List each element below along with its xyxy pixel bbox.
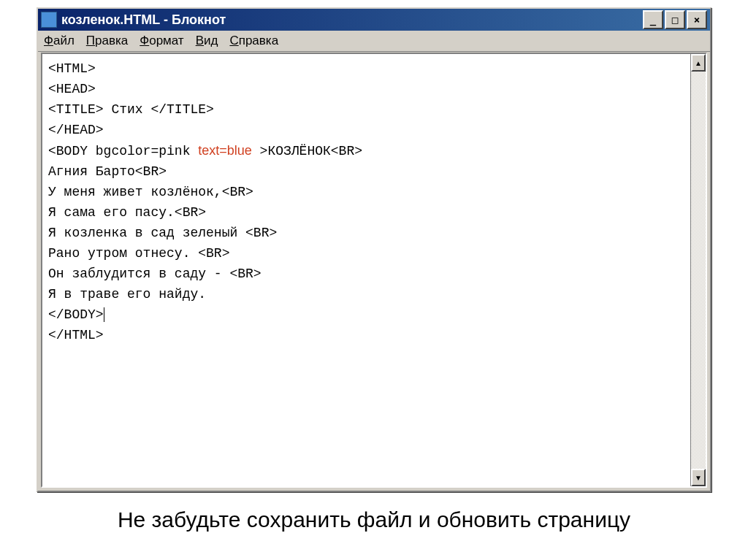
menu-format[interactable]: Формат (140, 34, 183, 48)
code-line: <HTML> (48, 61, 96, 76)
editor-area: <HTML> <HEAD> <TITLE> Стих </TITLE> </HE… (41, 53, 707, 488)
scroll-track[interactable] (691, 72, 706, 469)
code-line: </HTML> (48, 328, 104, 342)
code-line: >КОЗЛЁНОК<BR> (252, 144, 362, 158)
close-button[interactable]: × (687, 10, 707, 29)
menu-file[interactable]: Файл (44, 34, 75, 48)
text-editor[interactable]: <HTML> <HEAD> <TITLE> Стих </TITLE> </HE… (42, 54, 690, 486)
code-line: <BODY bgcolor=pink (48, 144, 198, 158)
code-line: <HEAD> (48, 82, 96, 96)
code-line: Я в траве его найду. (48, 287, 206, 302)
code-line: Я сама его пасу.<BR> (48, 205, 206, 220)
maximize-button[interactable]: □ (665, 10, 685, 29)
code-line: Рано утром отнесу. <BR> (48, 246, 229, 261)
scroll-up-button[interactable]: ▲ (691, 54, 706, 72)
code-line: Он заблудится в саду - <BR> (48, 266, 262, 281)
code-line: У меня живет козлёнок,<BR> (48, 185, 253, 199)
text-cursor (104, 307, 104, 322)
slide-caption: Не забудьте сохранить файл и обновить ст… (0, 507, 748, 532)
vertical-scrollbar[interactable]: ▲ ▼ (690, 54, 706, 486)
code-line: </BODY> (48, 307, 104, 322)
annotation-text: text=blue (198, 143, 252, 158)
menubar: Файл Правка Формат Вид Справка (38, 31, 710, 52)
notepad-window: козленок.HTML - Блокнот _ □ × Файл Правк… (37, 7, 711, 492)
window-title: козленок.HTML - Блокнот (61, 12, 643, 28)
minimize-button[interactable]: _ (643, 10, 663, 29)
menu-edit[interactable]: Правка (86, 34, 128, 48)
app-icon (41, 12, 57, 28)
menu-view[interactable]: Вид (196, 34, 218, 48)
scroll-down-button[interactable]: ▼ (691, 469, 706, 486)
code-line: </HEAD> (48, 123, 104, 137)
code-line: Я козленка в сад зеленый <BR> (48, 226, 277, 240)
code-line: <TITLE> Стих </TITLE> (48, 102, 214, 117)
code-line: Агния Барто<BR> (48, 164, 167, 179)
menu-help[interactable]: Справка (229, 34, 278, 48)
window-controls: _ □ × (643, 10, 707, 29)
titlebar[interactable]: козленок.HTML - Блокнот _ □ × (38, 9, 710, 31)
